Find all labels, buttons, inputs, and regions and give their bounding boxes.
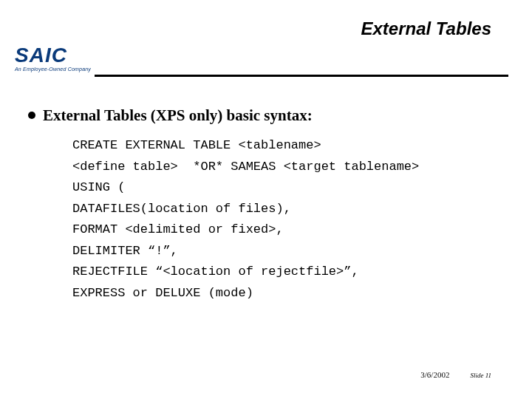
slide-footer: 3/6/2002 Slide 11 xyxy=(420,370,491,379)
code-line: <define table> *OR* SAMEAS <target table… xyxy=(72,157,510,178)
logo-tagline: An Employee-Owned Company xyxy=(15,66,91,72)
code-line: DATAFILES(location of files), xyxy=(72,199,510,220)
code-block: CREATE EXTERNAL TABLE <tablename> <defin… xyxy=(28,135,510,304)
code-line: EXPRESS or DELUXE (mode) xyxy=(72,283,510,304)
saic-logo: SAIC An Employee-Owned Company xyxy=(15,45,91,72)
code-line: REJECTFILE “<location of rejectfile>”, xyxy=(72,262,510,283)
bullet-icon xyxy=(28,112,35,119)
code-line: USING ( xyxy=(72,177,510,199)
code-line: FORMAT <delimited or fixed>, xyxy=(72,219,510,241)
footer-slide-number: Slide 11 xyxy=(470,372,491,379)
code-line: CREATE EXTERNAL TABLE <tablename> xyxy=(72,135,510,157)
logo-row: SAIC An Employee-Owned Company xyxy=(0,45,532,77)
bullet-text: External Tables (XPS only) basic syntax: xyxy=(43,106,313,125)
code-line: DELIMITER “!”, xyxy=(72,241,510,262)
logo-text: SAIC xyxy=(15,45,91,66)
slide: External Tables SAIC An Employee-Owned C… xyxy=(0,0,532,399)
divider-line xyxy=(95,75,508,77)
slide-title: External Tables xyxy=(0,18,491,39)
bullet-item: External Tables (XPS only) basic syntax: xyxy=(28,106,510,125)
footer-date: 3/6/2002 xyxy=(420,370,449,379)
slide-header: External Tables xyxy=(0,0,532,45)
slide-content: External Tables (XPS only) basic syntax:… xyxy=(0,77,532,304)
